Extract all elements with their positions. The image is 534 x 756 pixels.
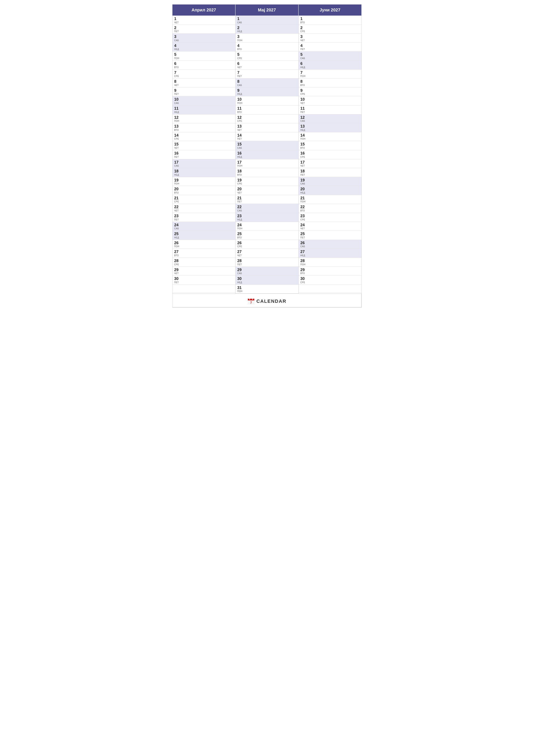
day-name: ЧЕТ (174, 209, 234, 212)
day-row: 23СРЕ (299, 213, 362, 222)
day-name: СРЕ (174, 138, 234, 140)
day-name: САБ (237, 209, 297, 212)
day-number: 22 (237, 205, 297, 209)
day-number: 10 (237, 97, 297, 102)
day-row: 6НЕД (299, 61, 362, 69)
day-row: 7СРЕ (172, 69, 235, 79)
day-number: 14 (174, 133, 234, 138)
day-name: ПЕТ (174, 156, 234, 158)
day-number: 11 (237, 106, 297, 111)
day-name: НЕД (300, 129, 360, 131)
day-row: 4ВТО (236, 43, 298, 52)
day-row: 15ВТО (299, 141, 362, 150)
day-row: 16НЕД (236, 150, 298, 159)
day-number: 7 (174, 70, 234, 75)
day-row: 22САБ (236, 204, 298, 213)
day-row: 17САБ (172, 159, 235, 168)
day-row: 10ЧЕТ (299, 96, 362, 105)
day-name: ПЕТ (237, 201, 297, 203)
day-name: НЕД (300, 192, 360, 194)
empty-day-row (299, 285, 362, 293)
day-name: САБ (300, 57, 360, 60)
day-number: 7 (300, 70, 360, 75)
day-number: 7 (237, 70, 297, 75)
day-row: 7ПЕТ (236, 69, 298, 79)
day-name: САБ (300, 120, 360, 122)
day-number: 6 (174, 62, 234, 66)
day-number: 17 (237, 160, 297, 165)
day-row: 24ЧЕТ (299, 222, 362, 231)
day-name: ЧЕТ (174, 84, 234, 86)
day-number: 3 (237, 35, 297, 39)
day-number: 20 (174, 187, 234, 192)
day-row: 14ПОН (299, 132, 362, 141)
day-name: ВТО (174, 66, 234, 68)
day-number: 5 (174, 52, 234, 57)
day-name: ВТО (237, 236, 297, 239)
day-name: НЕД (174, 48, 234, 50)
day-row: 29ЧЕТ (172, 267, 235, 276)
day-row: 28СРЕ (172, 258, 235, 267)
day-name: ВТО (174, 129, 234, 131)
day-name: ПОН (300, 75, 360, 77)
day-row: 31ПОН (236, 285, 298, 294)
day-number: 25 (300, 232, 360, 236)
month-col-0: Април 20271ЧЕТ2ПЕТ3САБ4НЕД5ПОН6ВТО7СРЕ8Ч… (172, 5, 236, 293)
day-number: 18 (174, 169, 234, 174)
day-row: 19СРЕ (236, 177, 298, 186)
day-name: ЧЕТ (237, 254, 297, 257)
day-row: 3САБ (172, 34, 235, 43)
day-row: 2ПЕТ (172, 25, 235, 34)
day-row: 23НЕД (236, 213, 298, 222)
day-number: 17 (300, 160, 360, 165)
day-row: 24ПОН (236, 222, 298, 231)
day-name: ВТО (237, 174, 297, 176)
day-name: НЕД (300, 66, 360, 68)
day-name: ЧЕТ (174, 147, 234, 149)
day-row: 27ВТО (172, 249, 235, 258)
day-name: ПОН (300, 263, 360, 266)
day-name: ПЕТ (300, 48, 360, 50)
day-name: ПОН (237, 102, 297, 104)
day-number: 14 (300, 133, 360, 138)
day-number: 12 (300, 115, 360, 120)
day-number: 21 (300, 196, 360, 201)
day-row: 5ПОН (172, 51, 235, 61)
day-number: 9 (237, 88, 297, 93)
day-name: СРЕ (237, 245, 297, 248)
day-name: СРЕ (174, 75, 234, 77)
day-number: 24 (174, 223, 234, 228)
day-number: 27 (174, 250, 234, 254)
day-name: ВТО (237, 48, 297, 50)
day-row: 3ПОН (236, 34, 298, 43)
day-number: 30 (174, 277, 234, 281)
calendar-container: Април 20271ЧЕТ2ПЕТ3САБ4НЕД5ПОН6ВТО7СРЕ8Ч… (170, 0, 364, 310)
day-number: 21 (237, 196, 297, 201)
day-row: 21ПОН (299, 195, 362, 204)
day-name: ПОН (237, 290, 297, 292)
empty-day-row (172, 285, 235, 293)
day-row: 2НЕД (236, 25, 298, 34)
day-number: 2 (237, 26, 297, 30)
day-row: 19ПОН (172, 177, 235, 186)
day-row: 17ЧЕТ (299, 159, 362, 168)
day-row: 22ЧЕТ (172, 204, 235, 213)
day-number: 19 (300, 178, 360, 183)
day-row: 19САБ (299, 177, 362, 186)
month-col-2: Јуни 20271ВТО2СРЕ3ЧЕТ4ПЕТ5САБ6НЕД7ПОН8ВТ… (299, 5, 362, 293)
day-number: 26 (300, 241, 360, 245)
day-row: 27НЕД (299, 249, 362, 258)
svg-rect-1 (248, 299, 254, 300)
day-name: ЧЕТ (174, 272, 234, 275)
day-row: 20ЧЕТ (236, 186, 298, 195)
day-name: САБ (237, 272, 297, 275)
day-row: 29САБ (236, 267, 298, 276)
day-name: ЧЕТ (237, 129, 297, 131)
day-name: СРЕ (300, 281, 360, 284)
day-row: 7ПОН (299, 69, 362, 79)
day-name: СРЕ (300, 93, 360, 95)
day-row: 11ПЕТ (299, 105, 362, 115)
day-number: 21 (174, 196, 234, 201)
day-row: 10САБ (172, 96, 235, 105)
day-row: 10ПОН (236, 96, 298, 105)
